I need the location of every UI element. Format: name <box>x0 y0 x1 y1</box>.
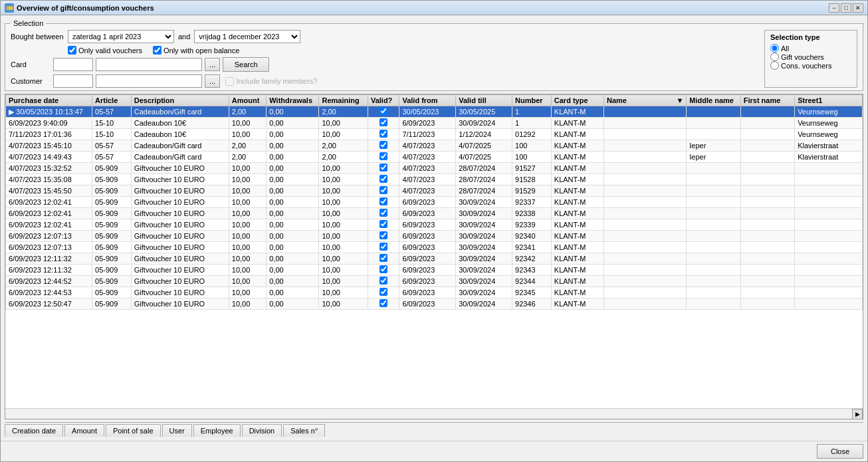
scroll-right-btn[interactable]: ▶ <box>852 409 863 419</box>
table-row[interactable]: 6/09/2023 12:11:3205-909Giftvoucher 10 E… <box>6 265 863 276</box>
col-header-name[interactable]: Name ▼ <box>603 95 686 106</box>
search-button[interactable]: Search <box>223 57 269 72</box>
cons-radio-item[interactable]: Cons. vouchers <box>770 61 851 70</box>
table-row[interactable]: 4/07/2023 15:35:0805-909Giftvoucher 10 E… <box>6 174 863 185</box>
hscroll-content <box>5 409 803 418</box>
col-header-purchase-date[interactable]: Purchase date <box>6 95 92 106</box>
card-input1[interactable] <box>53 58 93 71</box>
tab-user[interactable]: User <box>162 424 192 437</box>
table-row[interactable]: 4/07/2023 14:49:4305-57Cadeaubon/Gift ca… <box>6 152 863 163</box>
valid-checkbox[interactable] <box>380 277 387 285</box>
close-title-button[interactable]: ✕ <box>853 3 863 13</box>
tab-amount[interactable]: Amount <box>64 424 104 437</box>
customer-browse-button[interactable]: ... <box>205 74 220 88</box>
table-row[interactable]: 6/09/2023 12:44:5205-909Giftvoucher 10 E… <box>6 276 863 287</box>
table-row[interactable]: 6/09/2023 12:50:4705-909Giftvoucher 10 E… <box>6 298 863 310</box>
col-header-first-name[interactable]: First name <box>740 95 794 106</box>
tab-point-of-sale[interactable]: Point of sale <box>106 424 161 437</box>
horizontal-scrollbar[interactable]: ▶ <box>5 408 863 419</box>
all-radio-label: All <box>781 45 789 53</box>
hscroll-area[interactable] <box>5 409 852 419</box>
selection-type-title: Selection type <box>770 33 851 41</box>
col-header-card-type[interactable]: Card type <box>551 95 603 106</box>
valid-checkbox[interactable] <box>380 164 387 172</box>
only-valid-label: Only valid vouchers <box>78 47 142 55</box>
table-row[interactable]: 6/09/2023 12:07:1305-909Giftvoucher 10 E… <box>6 242 863 253</box>
gift-radio-item[interactable]: Gift vouchers <box>770 53 851 61</box>
card-input2[interactable] <box>96 58 202 71</box>
all-radio[interactable] <box>770 44 779 53</box>
only-valid-checkbox[interactable] <box>68 46 76 55</box>
cons-radio[interactable] <box>770 61 779 70</box>
table-row[interactable]: 6/09/2023 12:02:4105-909Giftvoucher 10 E… <box>6 219 863 231</box>
and-label: and <box>178 33 190 41</box>
valid-checkbox[interactable] <box>380 118 387 126</box>
main-content: Selection Bought between zaterdag 1 apri… <box>1 15 867 441</box>
table-row[interactable]: 4/07/2023 15:45:1005-57Cadeaubon/Gift ca… <box>6 140 863 152</box>
checkbox-row: Only valid vouchers Only with open balan… <box>68 46 759 55</box>
col-header-valid-till[interactable]: Valid till <box>456 95 512 106</box>
table-row[interactable]: 6/09/2023 12:44:5305-909Giftvoucher 10 E… <box>6 287 863 298</box>
valid-checkbox[interactable] <box>380 231 387 239</box>
col-header-withdrawals[interactable]: Withdrawals <box>267 95 319 106</box>
valid-checkbox[interactable] <box>380 152 387 160</box>
close-button[interactable]: Close <box>817 444 863 459</box>
table-row[interactable]: 6/09/2023 12:11:3205-909Giftvoucher 10 E… <box>6 253 863 265</box>
table-row[interactable]: 6/09/2023 9:40:0915-10Cadeaubon 10€10,00… <box>6 118 863 129</box>
valid-checkbox[interactable] <box>380 186 387 194</box>
include-family-item[interactable]: Include family members? <box>225 77 317 86</box>
valid-checkbox[interactable] <box>380 130 387 138</box>
valid-checkbox[interactable] <box>380 299 387 307</box>
col-header-description[interactable]: Description <box>131 95 229 106</box>
col-header-street[interactable]: Street1 <box>795 95 863 106</box>
date-to-select[interactable]: vrijdag 1 december 2023 <box>194 30 300 43</box>
valid-checkbox[interactable] <box>380 209 387 217</box>
customer-input2[interactable] <box>96 74 202 88</box>
col-header-remaining[interactable]: Remaining <box>319 95 368 106</box>
valid-checkbox[interactable] <box>380 265 387 273</box>
table-header-row: Purchase date Article Description Amount… <box>6 95 863 106</box>
minimize-button[interactable]: − <box>829 3 839 13</box>
valid-checkbox[interactable] <box>380 107 387 115</box>
table-row[interactable]: 4/07/2023 15:45:5005-909Giftvoucher 10 E… <box>6 185 863 197</box>
col-header-number[interactable]: Number <box>512 95 552 106</box>
col-header-valid-from[interactable]: Valid from <box>399 95 456 106</box>
card-browse-button[interactable]: ... <box>205 58 220 71</box>
only-open-checkbox-item[interactable]: Only with open balance <box>153 46 239 55</box>
gift-radio[interactable] <box>770 53 779 61</box>
valid-checkbox[interactable] <box>380 175 387 183</box>
table-row[interactable]: 6/09/2023 12:07:1305-909Giftvoucher 10 E… <box>6 231 863 242</box>
col-header-amount[interactable]: Amount <box>229 95 267 106</box>
valid-checkbox[interactable] <box>380 220 387 228</box>
valid-checkbox[interactable] <box>380 197 387 205</box>
table-row[interactable]: ▶ 30/05/2023 10:13:4705-57Cadeaubon/Gift… <box>6 106 863 118</box>
customer-input1[interactable] <box>53 74 93 88</box>
include-family-checkbox[interactable] <box>225 77 234 86</box>
valid-checkbox[interactable] <box>380 288 387 296</box>
bottom-bar: Close <box>1 441 867 461</box>
maximize-button[interactable]: □ <box>841 3 851 13</box>
customer-row: Customer ... Include family members? <box>11 74 759 88</box>
valid-checkbox[interactable] <box>380 141 387 149</box>
table-row[interactable]: 7/11/2023 17:01:3615-10Cadeaubon 10€10,0… <box>6 129 863 140</box>
only-open-checkbox[interactable] <box>153 46 162 55</box>
table-scroll[interactable]: Purchase date Article Description Amount… <box>5 94 863 408</box>
only-open-label: Only with open balance <box>163 47 239 55</box>
date-from-select[interactable]: zaterdag 1 april 2023 <box>68 30 174 43</box>
valid-checkbox[interactable] <box>380 243 387 251</box>
all-radio-item[interactable]: All <box>770 44 851 53</box>
table-row[interactable]: 6/09/2023 12:02:4105-909Giftvoucher 10 E… <box>6 197 863 208</box>
tab-division[interactable]: Division <box>242 424 282 437</box>
only-valid-checkbox-item[interactable]: Only valid vouchers <box>68 46 142 55</box>
col-header-article[interactable]: Article <box>92 95 132 106</box>
col-header-valid[interactable]: Valid? <box>368 95 399 106</box>
table-row[interactable]: 6/09/2023 12:02:4105-909Giftvoucher 10 E… <box>6 208 863 219</box>
title-bar: 🎫 Overview of gift/consumption vouchers … <box>1 1 867 15</box>
valid-checkbox[interactable] <box>380 254 387 262</box>
col-header-middle-name[interactable]: Middle name <box>687 95 740 106</box>
tab-creation-date[interactable]: Creation date <box>5 424 63 437</box>
title-bar-controls: − □ ✕ <box>829 3 863 13</box>
tab-employee[interactable]: Employee <box>193 424 241 437</box>
tab-sales-no[interactable]: Sales n° <box>283 424 325 437</box>
table-row[interactable]: 4/07/2023 15:32:5205-909Giftvoucher 10 E… <box>6 163 863 174</box>
